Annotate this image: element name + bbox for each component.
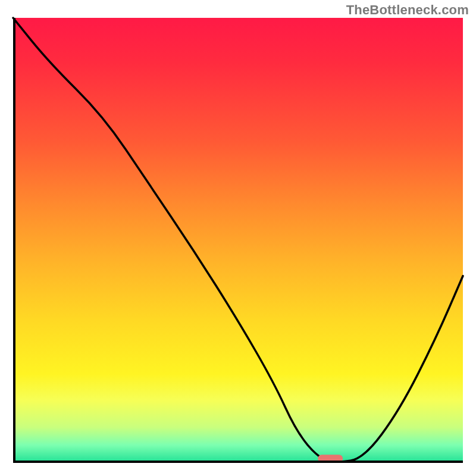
bottleneck-curve bbox=[13, 18, 463, 463]
watermark-text: TheBottleneck.com bbox=[346, 2, 469, 18]
optimal-marker bbox=[318, 455, 343, 462]
plot-area bbox=[13, 18, 463, 463]
